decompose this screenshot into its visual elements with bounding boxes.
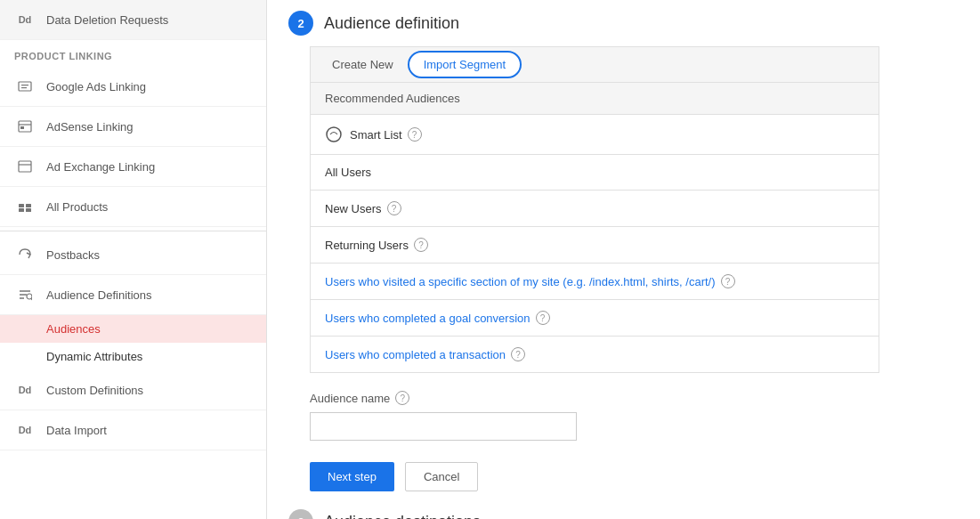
all-users-label: All Users xyxy=(325,166,371,179)
sidebar-item-postbacks[interactable]: Postbacks xyxy=(0,235,266,275)
dynamic-attributes-label: Dynamic Attributes xyxy=(46,350,142,363)
svg-rect-11 xyxy=(26,208,31,212)
audience-name-label: Audience name ? xyxy=(310,391,959,405)
svg-point-12 xyxy=(27,294,32,299)
sidebar-subitem-audiences[interactable]: Audiences xyxy=(0,315,266,343)
tabs-row: Create New Import Segment xyxy=(310,46,879,82)
smart-list-label: Smart List xyxy=(350,128,402,142)
audience-name-section: Audience name ? xyxy=(310,373,959,441)
sidebar-item-adsense[interactable]: AdSense Linking xyxy=(0,107,266,147)
transaction-help-icon[interactable]: ? xyxy=(511,347,525,361)
step2-title: Audience definition xyxy=(324,14,459,33)
sidebar-label-google-ads: Google Ads Linking xyxy=(46,80,146,93)
sidebar: Dd Data Deletion Requests PRODUCT LINKIN… xyxy=(0,0,267,519)
product-linking-header: PRODUCT LINKING xyxy=(0,40,266,67)
cancel-button[interactable]: Cancel xyxy=(405,462,478,491)
step2-content: Create New Import Segment Recommended Au… xyxy=(267,46,980,491)
goal-conversion-help-icon[interactable]: ? xyxy=(536,311,550,325)
ad-exchange-icon xyxy=(14,156,36,177)
sidebar-label-audience-definitions: Audience Definitions xyxy=(46,288,152,302)
audience-row-goal-conversion[interactable]: Users who completed a goal conversion ? xyxy=(311,300,879,337)
audiences-label: Audiences xyxy=(46,322,101,336)
step3-circle: 3 xyxy=(288,509,313,519)
smart-list-icon xyxy=(325,126,343,143)
sidebar-item-data-import[interactable]: Dd Data Import xyxy=(0,410,266,450)
audience-row-smart-list[interactable]: Smart List ? xyxy=(311,115,879,155)
create-new-button[interactable]: Create New xyxy=(318,51,408,78)
sidebar-item-google-ads[interactable]: Google Ads Linking xyxy=(0,67,266,107)
dd-icon: Dd xyxy=(14,9,36,30)
audience-row-returning-users[interactable]: Returning Users ? xyxy=(311,227,879,264)
svg-rect-1 xyxy=(21,85,28,85)
sidebar-label-ad-exchange: Ad Exchange Linking xyxy=(46,160,155,174)
audience-name-input[interactable] xyxy=(310,412,577,441)
returning-users-label: Returning Users xyxy=(325,239,409,252)
transaction-label: Users who completed a transaction xyxy=(325,348,506,361)
button-row: Next step Cancel xyxy=(310,441,959,491)
svg-line-13 xyxy=(31,298,32,300)
main-content: 2 Audience definition Create New Import … xyxy=(267,0,980,519)
sidebar-item-audience-definitions[interactable]: Audience Definitions xyxy=(0,275,266,315)
svg-rect-6 xyxy=(19,161,31,172)
svg-rect-8 xyxy=(19,204,24,207)
import-segment-button[interactable]: Import Segment xyxy=(408,51,522,78)
sidebar-label-data-deletion: Data Deletion Requests xyxy=(46,13,168,27)
next-step-button[interactable]: Next step xyxy=(310,462,394,491)
google-ads-icon xyxy=(14,76,36,97)
sidebar-label-data-import: Data Import xyxy=(46,424,107,437)
sidebar-item-ad-exchange[interactable]: Ad Exchange Linking xyxy=(0,147,266,187)
audience-row-visited-section[interactable]: Users who visited a specific section of … xyxy=(311,264,879,300)
audience-row-new-users[interactable]: New Users ? xyxy=(311,191,879,227)
data-import-icon: Dd xyxy=(14,419,36,441)
all-products-icon xyxy=(14,196,36,217)
svg-rect-5 xyxy=(20,126,24,129)
adsense-icon xyxy=(14,116,36,137)
svg-point-14 xyxy=(327,127,341,142)
audience-row-transaction[interactable]: Users who completed a transaction ? xyxy=(311,337,879,372)
svg-rect-10 xyxy=(19,208,24,212)
step2-circle: 2 xyxy=(288,11,313,36)
svg-rect-2 xyxy=(21,87,27,88)
sidebar-label-postbacks: Postbacks xyxy=(46,248,100,262)
custom-definitions-icon: Dd xyxy=(14,379,36,401)
sidebar-label-adsense: AdSense Linking xyxy=(46,120,134,134)
postbacks-icon xyxy=(14,244,36,265)
audience-name-help-icon[interactable]: ? xyxy=(395,391,409,405)
sidebar-item-data-deletion[interactable]: Dd Data Deletion Requests xyxy=(0,0,266,40)
new-users-help-icon[interactable]: ? xyxy=(387,201,401,215)
returning-users-help-icon[interactable]: ? xyxy=(414,238,428,252)
audience-list: Recommended Audiences Smart List ? All U… xyxy=(310,82,879,373)
sidebar-label-all-products: All Products xyxy=(46,200,108,214)
sidebar-label-custom-definitions: Custom Definitions xyxy=(46,384,143,397)
new-users-label: New Users xyxy=(325,202,382,215)
step3-title: Audience destinations xyxy=(324,513,481,520)
visited-section-label: Users who visited a specific section of … xyxy=(325,275,716,288)
svg-rect-9 xyxy=(26,204,31,207)
visited-section-help-icon[interactable]: ? xyxy=(721,274,735,288)
audience-definitions-icon xyxy=(14,284,36,305)
recommended-audiences-header: Recommended Audiences xyxy=(311,83,879,115)
goal-conversion-label: Users who completed a goal conversion xyxy=(325,312,530,325)
sidebar-item-custom-definitions[interactable]: Dd Custom Definitions xyxy=(0,370,266,410)
sidebar-subitem-dynamic-attributes[interactable]: Dynamic Attributes xyxy=(0,343,266,370)
step2-header: 2 Audience definition xyxy=(267,0,980,46)
smart-list-help-icon[interactable]: ? xyxy=(408,127,422,142)
svg-rect-0 xyxy=(19,82,31,91)
step3-header: 3 Audience destinations xyxy=(267,491,980,519)
sidebar-item-all-products[interactable]: All Products xyxy=(0,187,266,227)
audience-row-all-users[interactable]: All Users xyxy=(311,155,879,191)
